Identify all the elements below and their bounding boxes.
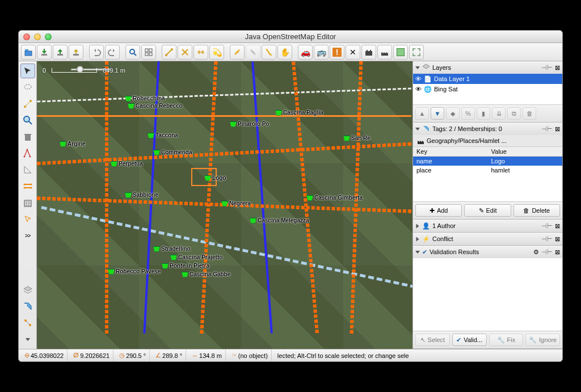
preset-boundary-button[interactable] — [409, 45, 424, 60]
redo-button[interactable] — [105, 45, 120, 60]
pin-icon[interactable]: ⊣⊢ — [541, 248, 553, 256]
merge-button[interactable] — [262, 45, 276, 60]
split-way-button[interactable] — [162, 45, 176, 60]
upload-button[interactable] — [53, 45, 68, 60]
layer-dup-button[interactable]: ⧉ — [507, 107, 521, 120]
preset-food-button[interactable]: ✕ — [346, 45, 360, 60]
select-tool[interactable] — [20, 64, 35, 78]
layers-panel-header[interactable]: Layers ⊣⊢ ⊠ — [413, 61, 562, 74]
place-marker[interactable]: San Re — [343, 135, 371, 141]
draw-tool[interactable] — [20, 96, 35, 111]
place-marker[interactable]: Negrera — [221, 200, 251, 206]
preset-industrial-button[interactable] — [377, 45, 392, 60]
extrude-tool[interactable] — [20, 146, 35, 161]
val-validate-button[interactable]: ✔Valid... — [452, 334, 487, 346]
reverse-button[interactable] — [193, 45, 208, 60]
val-ignore-button[interactable]: 🔧Ignore — [525, 334, 560, 346]
layers-toggle[interactable] — [20, 283, 35, 297]
author-panel-header[interactable]: 👤 1 Author ⊣⊢ ⊠ — [413, 220, 562, 232]
pin-icon[interactable]: ⊣⊢ — [541, 235, 553, 243]
panel-close-icon[interactable]: ⊠ — [555, 125, 560, 133]
place-marker[interactable]: Sabbione — [125, 192, 158, 198]
pan-button[interactable]: ✋ — [277, 45, 292, 60]
tags-panel-header[interactable]: Tags: 2 / Memberships: 0 ⊣⊢ ⊠ — [413, 123, 562, 135]
place-marker[interactable]: Taccona — [148, 132, 178, 138]
place-marker[interactable]: Robecchina — [125, 95, 165, 102]
preset-row[interactable]: Geography/Places/Hamlet ... — [413, 135, 562, 147]
download-button[interactable] — [37, 45, 52, 60]
layer-visible-button[interactable]: % — [461, 107, 475, 120]
place-marker[interactable]: Cascina Melegazza — [250, 217, 309, 224]
tag-row[interactable]: placehamlet — [413, 166, 562, 175]
delete-tag-button[interactable]: 🗑Delete — [513, 204, 560, 217]
tags-table[interactable]: Key Value nameLogoplacehamlet — [413, 147, 562, 175]
layer-row[interactable]: 👁🌐Bing Sat — [413, 84, 562, 94]
close-window-button[interactable] — [23, 33, 30, 40]
search-button[interactable] — [125, 45, 140, 60]
simplify-button[interactable]: 💫 — [209, 45, 224, 60]
layer-visible-icon[interactable]: 👁 — [415, 75, 422, 82]
layer-opacity-button[interactable]: ▮ — [477, 107, 490, 120]
place-marker[interactable]: Argine — [60, 141, 86, 147]
tag-row[interactable]: nameLogo — [413, 157, 562, 166]
zoom-tool[interactable] — [20, 113, 35, 128]
place-marker[interactable]: Cascina Gimberta — [306, 195, 363, 201]
preset-castle-button[interactable] — [361, 45, 376, 60]
val-select-button[interactable]: ↖Select — [415, 334, 450, 346]
place-marker[interactable]: Pinarolo Po — [230, 121, 270, 127]
building-tool[interactable] — [20, 195, 35, 210]
minimize-window-button[interactable] — [34, 33, 41, 40]
relation-toggle[interactable] — [20, 315, 35, 330]
place-marker[interactable]: Ponte in Pietra — [162, 263, 209, 269]
preset-landuse-button[interactable] — [393, 45, 408, 60]
validation-panel-header[interactable]: ✔ Validation Results ⚙ ⊣⊢ ⊠ — [413, 246, 562, 258]
angle-tool[interactable] — [20, 162, 35, 177]
map-canvas[interactable]: 0 849.1 m RobecchinaCascina RebeccoCasci… — [37, 61, 412, 349]
place-marker[interactable]: Commenda — [153, 149, 192, 155]
unglue-button[interactable] — [230, 45, 245, 60]
pin-icon[interactable]: ⊣⊢ — [541, 222, 553, 230]
place-marker[interactable]: Cascina Prajetto — [170, 254, 222, 260]
preset-warning-button[interactable]: ! — [330, 45, 344, 60]
panel-close-icon[interactable]: ⊠ — [555, 235, 560, 243]
expand-toggle[interactable] — [20, 332, 35, 347]
place-marker[interactable]: Cascina Paglia — [275, 109, 323, 116]
more-tool[interactable]: >> — [20, 228, 35, 243]
combine-button[interactable] — [178, 45, 192, 60]
settings-icon[interactable]: ⚙ — [533, 248, 539, 256]
preset-bus-button[interactable]: 🚌 — [314, 45, 329, 60]
place-marker[interactable]: Cascina Rebecco — [128, 103, 183, 109]
open-button[interactable] — [21, 45, 36, 60]
layer-down-button[interactable]: ▼ — [431, 107, 444, 120]
layer-up-button[interactable]: ▲ — [415, 107, 429, 120]
add-tag-button[interactable]: ✚Add — [415, 204, 462, 217]
place-marker[interactable]: Perpetua — [111, 161, 143, 167]
panel-close-icon[interactable]: ⊠ — [555, 64, 560, 71]
edit-tag-button[interactable]: ✎Edit — [464, 204, 511, 217]
save-button[interactable] — [69, 45, 83, 60]
panel-close-icon[interactable]: ⊠ — [555, 222, 560, 230]
place-marker[interactable]: Logo — [204, 175, 226, 181]
lasso-tool[interactable] — [20, 80, 35, 95]
pin-icon[interactable]: ⊣⊢ — [541, 64, 553, 71]
layer-row[interactable]: 👁📄Data Layer 1 — [413, 74, 562, 84]
preset-car-button[interactable]: 🚗 — [298, 45, 313, 60]
improve-tool[interactable] — [20, 212, 35, 226]
layer-merge-button[interactable]: ⇊ — [492, 107, 506, 120]
place-marker[interactable]: Stradellino — [153, 246, 191, 252]
join-button[interactable] — [246, 45, 260, 60]
panel-close-icon[interactable]: ⊠ — [555, 248, 560, 256]
place-marker[interactable]: Robecco Pavese — [108, 268, 161, 275]
zoom-window-button[interactable] — [45, 33, 52, 40]
place-marker[interactable]: Cascina Gabbe — [182, 271, 230, 277]
layer-activate-button[interactable]: ◆ — [446, 107, 460, 120]
layer-visible-icon[interactable]: 👁 — [415, 86, 422, 92]
parallel-tool[interactable] — [20, 179, 35, 193]
tags-toggle[interactable] — [20, 299, 35, 314]
conflict-panel-header[interactable]: ⚡ Conflict ⊣⊢ ⊠ — [413, 233, 562, 245]
val-fix-button[interactable]: 🔧Fix — [489, 334, 524, 346]
layer-delete-button[interactable]: 🗑 — [523, 107, 536, 120]
pin-icon[interactable]: ⊣⊢ — [541, 125, 553, 133]
undo-button[interactable] — [89, 45, 104, 60]
delete-tool[interactable] — [20, 129, 35, 144]
